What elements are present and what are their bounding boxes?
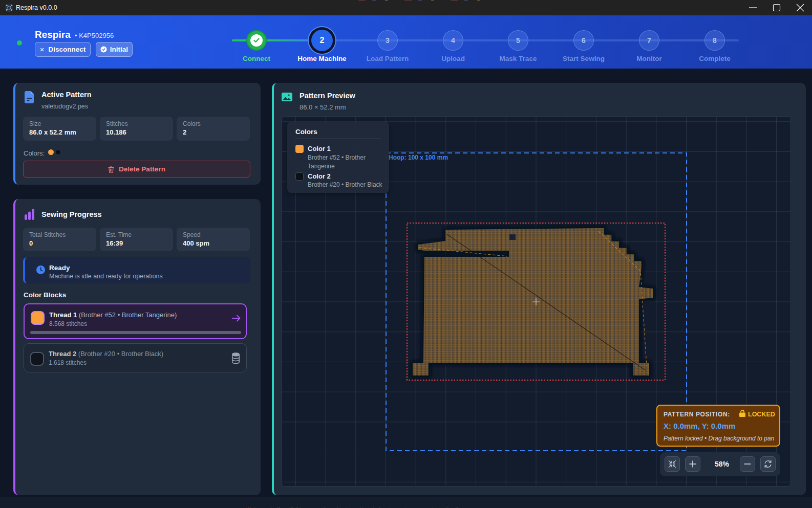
svg-text:Hoop: 100 x 100 mm: Hoop: 100 x 100 mm [389,154,448,161]
